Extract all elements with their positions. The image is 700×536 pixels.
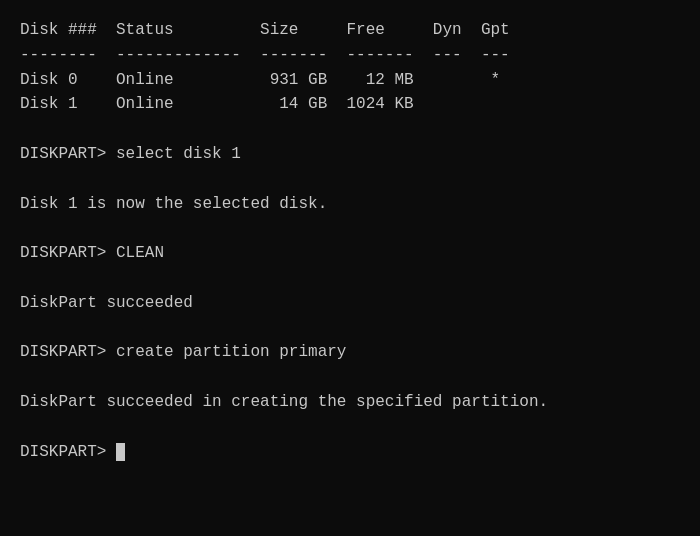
terminal-line-header2: -------- ------------- ------- ------- -… <box>20 43 680 68</box>
cursor-blink <box>116 443 125 461</box>
terminal-line-out3: DiskPart succeeded in creating the speci… <box>20 390 680 415</box>
terminal-line-header1: Disk ### Status Size Free Dyn Gpt <box>20 18 680 43</box>
terminal-window: Disk ### Status Size Free Dyn Gpt-------… <box>0 0 700 536</box>
terminal-line-out1: Disk 1 is now the selected disk. <box>20 192 680 217</box>
terminal-line-cmd1: DISKPART> select disk 1 <box>20 142 680 167</box>
terminal-line-disk1: Disk 1 Online 14 GB 1024 KB <box>20 92 680 117</box>
terminal-line-out2: DiskPart succeeded <box>20 291 680 316</box>
terminal-line-cmd3: DISKPART> create partition primary <box>20 340 680 365</box>
terminal-line-cmd2: DISKPART> CLEAN <box>20 241 680 266</box>
terminal-prompt-cursor[interactable]: DISKPART> <box>20 440 680 465</box>
terminal-line-disk0: Disk 0 Online 931 GB 12 MB * <box>20 68 680 93</box>
